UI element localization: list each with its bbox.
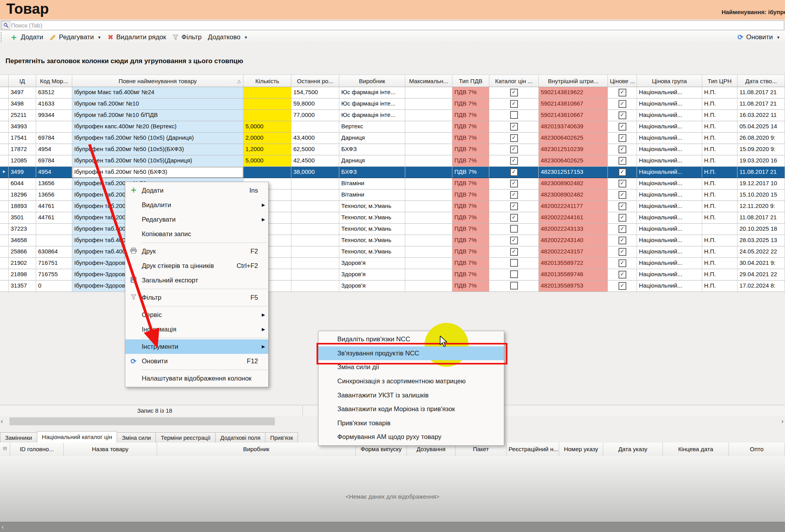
column-header[interactable]: Цінове ... xyxy=(608,75,637,87)
tab-додаткові-поля[interactable]: Додаткові поля xyxy=(215,432,265,443)
table-row[interactable]: 1754169784Ібупрофен таб.200мг №50 (10х5)… xyxy=(0,133,785,144)
column-header[interactable]: Кількість xyxy=(243,75,291,87)
bottom-column-header[interactable]: Номер указу xyxy=(559,443,603,456)
menu-item[interactable]: ДрукF2 xyxy=(125,244,268,259)
cell-created: 11.08.2017 21 xyxy=(737,98,785,110)
checkbox-cell: ✓ xyxy=(608,224,637,235)
menu-item[interactable]: Загальний експорт xyxy=(125,273,268,288)
table-row[interactable]: 1829613656Ібупрофен таб.200мг №50Вітамін… xyxy=(0,189,785,201)
column-header[interactable]: Остання ро... xyxy=(291,75,339,87)
edit-button[interactable]: Редагувати▼ xyxy=(46,32,104,42)
table-row[interactable]: 21902716751Ібупрофен-Здоров'я капс.2Здор… xyxy=(0,258,785,269)
cell-max xyxy=(405,167,452,178)
column-header[interactable]: ІД xyxy=(9,75,36,87)
add-button[interactable]: ＋ Додати xyxy=(6,32,46,42)
menu-item[interactable]: Друк стікерів та цінниківCtrl+F2 xyxy=(125,259,268,273)
cell-created: 11.08.2017 21 xyxy=(737,212,785,224)
menu-item[interactable]: ＋ДодатиIns xyxy=(125,183,268,198)
table-row[interactable]: 604413656Ібупрофен таб.200мг №50Вітаміни… xyxy=(0,178,785,189)
column-header[interactable]: Максимальн... xyxy=(405,75,452,87)
scroll-right-icon[interactable]: › xyxy=(781,418,783,425)
table-row[interactable]: 34993Ібупрофен капс.400мг №20 (Вертекс)5… xyxy=(0,121,785,133)
header-filter-label: Найменування: ібупро xyxy=(721,9,785,15)
checkbox-cell: ✓ xyxy=(608,155,637,167)
cell-group: Національний... xyxy=(637,110,702,121)
menu-item[interactable]: Інформація▶ xyxy=(125,322,268,337)
search-icon xyxy=(2,21,10,29)
table-row[interactable]: 21898716755Ібупрофен-Здоров'я капс.4Здор… xyxy=(0,269,785,281)
column-header[interactable]: Виробник xyxy=(339,75,405,87)
tab-зміна-сили[interactable]: Зміна сили xyxy=(117,432,156,443)
table-row[interactable]: 350144761Ібупрофен таб.200мг №50Технолог… xyxy=(0,212,785,224)
column-header[interactable]: Внутрішній штри... xyxy=(539,75,608,87)
table-row[interactable]: 313570Ібупрофен-Здоров'я капс.4Здоров'яП… xyxy=(0,281,785,292)
cell-group: Національний... xyxy=(637,98,702,110)
bottom-column-header[interactable]: Опто xyxy=(729,443,785,456)
more-button[interactable]: Додатково▼ xyxy=(205,32,251,42)
table-row[interactable]: 2521199344Ібупром таб.200мг №10 б/ПДВ77,… xyxy=(0,110,785,121)
cell-group: Національний... xyxy=(637,133,702,144)
column-header[interactable]: Код Мор... xyxy=(36,75,72,87)
table-row[interactable]: 34658Ібупрофен таб.400мг №20Технолог, м.… xyxy=(0,235,785,246)
filter-button[interactable]: Фільтр xyxy=(169,32,205,42)
menu-item[interactable]: Копіювати запис xyxy=(125,227,268,241)
table-row-selected[interactable]: ▸34994954Ібупрофен таб.200мг №50 (БХФЗ)3… xyxy=(0,167,785,178)
cell-max xyxy=(405,178,452,189)
tab-прив-язк[interactable]: Прив'язк xyxy=(265,432,298,443)
column-header[interactable]: Тип ЦРН xyxy=(702,75,737,87)
table-row[interactable]: 1889344761Ібупрофен таб.200мг №50Техноло… xyxy=(0,201,785,212)
cell-last xyxy=(291,121,339,133)
cell-max xyxy=(405,235,452,246)
tab-замінники[interactable]: Замінники xyxy=(0,432,37,443)
column-header[interactable]: Каталог цін ... xyxy=(489,75,539,87)
table-row[interactable]: 1208569784Ібупрофен таб.200мг №50 (10х5)… xyxy=(0,155,785,167)
cell-crn: Н.П. xyxy=(702,189,737,201)
delete-row-button[interactable]: ✖ Видалити рядок xyxy=(104,32,169,43)
table-row[interactable]: 178724954Ібупрофен таб.200мг №50 (10х5)(… xyxy=(0,144,785,155)
tab-терміни-реєстрації[interactable]: Терміни реєстрації xyxy=(156,432,216,443)
refresh-button[interactable]: ⟳ Оновити▼ xyxy=(734,32,783,43)
column-header[interactable]: Дата ство... xyxy=(737,75,785,87)
menu-item[interactable]: Прив'язки товарів xyxy=(318,416,504,430)
menu-item[interactable]: Завантажити УКЗТ із залишків xyxy=(318,388,504,402)
table-row[interactable]: 37223Ібупрофен таб.400мг №10Технолог, м.… xyxy=(0,224,785,235)
menu-item[interactable]: Інструменти▶ xyxy=(125,339,268,354)
table-row[interactable]: 349763512Ібупром Макс таб.400мг №24154,7… xyxy=(0,87,785,98)
bottom-scrollbar[interactable]: ‹ xyxy=(0,522,785,532)
scroll-left-icon[interactable]: ‹ xyxy=(2,523,4,530)
bottom-column-header[interactable]: Реєстраційний н... xyxy=(507,443,559,456)
checkbox-unchecked-icon xyxy=(510,111,518,119)
table-row[interactable]: 25866630864Ібупрофен таб.400мг №50Технол… xyxy=(0,246,785,258)
cell-created: 15.09.2020 9: xyxy=(737,144,785,155)
row-indicator xyxy=(0,201,9,212)
menu-item[interactable]: ⟳ОновитиF12 xyxy=(125,354,268,368)
checkbox-checked-icon: ✓ xyxy=(618,100,626,108)
checkbox-checked-icon: ✓ xyxy=(510,248,518,256)
menu-item[interactable]: Завантажити коди Моріона із прив'язок xyxy=(318,402,504,416)
menu-item[interactable]: Синхронізація з асортиментною матрицею xyxy=(318,374,504,388)
menu-item[interactable]: Сервіс▶ xyxy=(125,308,268,322)
chevron-down-icon: ▼ xyxy=(776,35,780,40)
search-input[interactable]: Поиск (Tab) xyxy=(1,20,784,30)
menu-shortcut: F2 xyxy=(251,248,258,255)
menu-item[interactable]: Видалити▶ xyxy=(125,198,268,212)
scroll-left-icon[interactable]: ‹ xyxy=(1,418,3,425)
table-row[interactable]: 349841633Ібупром таб.200мг №1059,8000Юс … xyxy=(0,98,785,110)
column-header[interactable]: Цінова група xyxy=(637,75,702,87)
column-header[interactable]: Повне найменування товару△ xyxy=(72,75,243,87)
row-indicator xyxy=(0,281,9,292)
group-by-panel[interactable]: Перетягніть заголовок колонки сюди для у… xyxy=(0,44,785,75)
cell-vendor: Вертекс xyxy=(339,121,405,133)
scrollbar-thumb[interactable] xyxy=(9,417,275,425)
menu-item[interactable]: Формування АМ щодо руху товару xyxy=(318,430,504,444)
menu-item[interactable]: Налаштувати відображення колонок xyxy=(125,371,268,386)
bottom-column-header[interactable]: Назва товару xyxy=(64,443,157,456)
menu-item[interactable]: ФільтрF5 xyxy=(125,290,268,305)
menu-item[interactable]: Редагувати▶ xyxy=(125,212,268,227)
tab-національний-каталог-цін[interactable]: Національний каталог цін xyxy=(37,431,117,443)
column-header[interactable]: Тип ПДВ xyxy=(452,75,489,87)
cell-id: 18893 xyxy=(9,201,36,212)
bottom-column-header[interactable]: Кінцева дата xyxy=(663,443,729,456)
bottom-column-header[interactable]: Дата указу xyxy=(603,443,663,456)
bottom-column-header[interactable]: ID головно... xyxy=(10,443,64,456)
